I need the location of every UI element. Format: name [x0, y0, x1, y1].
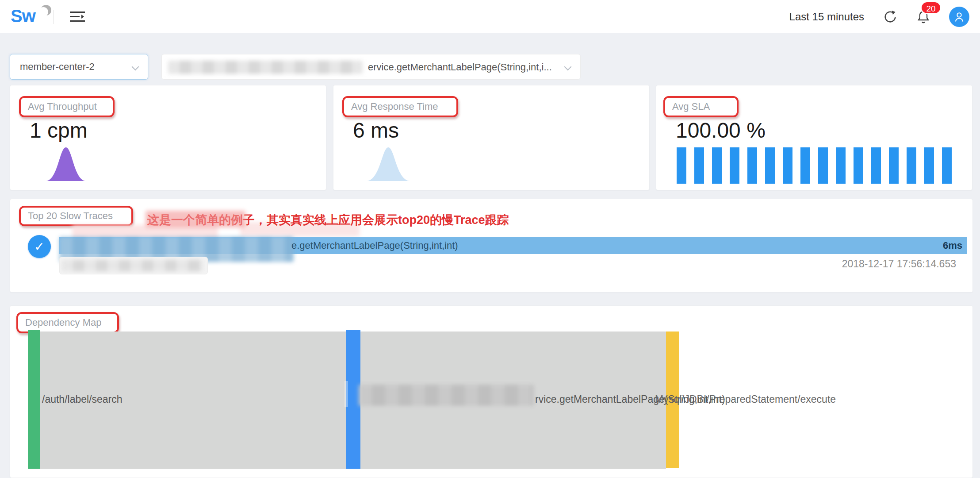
section-title: Top 20 Slow Traces: [28, 210, 113, 222]
sla-bar: [924, 147, 934, 184]
avg-throughput-card: Avg Throughput 1 cpm: [10, 85, 326, 190]
service-selector[interactable]: member-center-2: [10, 54, 148, 80]
avg-response-time-card: Avg Response Time 6 ms: [333, 85, 650, 190]
sla-bar: [747, 147, 757, 184]
service-selector-value: member-center-2: [20, 61, 95, 73]
logo-text: Sw: [11, 6, 35, 26]
chevron-down-icon: [564, 63, 572, 71]
sla-bar: [677, 147, 686, 184]
sla-bar: [889, 147, 899, 184]
refresh-icon[interactable]: [883, 9, 898, 24]
redacted-endpoint-prefix: [168, 61, 363, 74]
user-avatar[interactable]: [949, 7, 969, 27]
sla-value: 100.00 %: [676, 118, 766, 143]
throughput-annotation-box: Avg Throughput: [19, 96, 115, 117]
trace-operation: e.getMerchantLabelPage(String,int,int): [291, 240, 458, 251]
header-divider: [53, 10, 54, 24]
redacted-region: [145, 211, 245, 227]
throughput-value: 1 cpm: [30, 118, 88, 143]
sla-bar: [712, 147, 722, 184]
trace-selected-check-icon[interactable]: ✓: [28, 235, 51, 258]
sla-bar: [907, 147, 916, 184]
logo-crescent-icon: [38, 4, 53, 19]
slow-traces-card: Top 20 Slow Traces 这是一个简单的例子，其实真实线上应用会展示…: [10, 199, 973, 293]
endpoint-selector-value: ervice.getMerchantLabelPage(String,int,i…: [368, 62, 552, 73]
skywalking-logo[interactable]: Sw: [11, 5, 59, 28]
sla-bar: [871, 147, 881, 184]
span-label-mysql: Mysql/JDBI/PreparedStatement/execute: [655, 393, 836, 405]
sla-bar: [836, 147, 846, 184]
sla-bar: [783, 147, 792, 184]
sla-bar: [730, 147, 739, 184]
top-bar: Sw Last 15 minutes: [0, 0, 980, 33]
section-title: Dependency Map: [25, 317, 101, 328]
dependency-span-entry[interactable]: [28, 330, 40, 469]
trace-row-bar[interactable]: e.getMerchantLabelPage(String,int,int) 6…: [59, 237, 967, 254]
sla-bar: [694, 147, 704, 184]
notification-count-badge: 20: [921, 1, 941, 14]
chevron-down-icon: [132, 63, 139, 71]
card-label: Avg Throughput: [28, 101, 97, 112]
card-label: Avg SLA: [672, 101, 710, 112]
sla-bar: [765, 147, 775, 184]
trace-timestamp: 2018-12-17 17:56:14.653: [842, 258, 956, 270]
sla-bar: [942, 147, 952, 184]
dependency-map-card: Dependency Map /auth/label/search rvice.…: [10, 305, 973, 478]
endpoint-selector[interactable]: ervice.getMerchantLabelPage(String,int,i…: [161, 54, 581, 80]
card-label: Avg Response Time: [351, 101, 438, 112]
header-actions: Last 15 minutes 20: [789, 0, 969, 33]
time-range-selector[interactable]: Last 15 minutes: [789, 11, 864, 23]
trace-duration: 6ms: [943, 240, 962, 251]
response-time-annotation-box: Avg Response Time: [342, 96, 458, 117]
apm-dashboard: Sw Last 15 minutes: [0, 0, 980, 478]
slow-traces-annotation-box: Top 20 Slow Traces: [19, 206, 133, 226]
redacted-trace-id: [61, 260, 203, 271]
redacted-span-label: [359, 385, 534, 406]
throughput-area-chart: [46, 146, 86, 184]
dependency-span-notch: [345, 381, 348, 407]
span-label-auth: /auth/label/search: [42, 393, 122, 405]
response-time-value: 6 ms: [353, 118, 399, 143]
sla-bar: [854, 147, 863, 184]
trace-id[interactable]: [59, 257, 208, 274]
sla-bar-chart: [677, 147, 952, 184]
menu-unfold-icon[interactable]: [70, 11, 86, 25]
sla-annotation-box: Avg SLA: [663, 96, 739, 117]
avg-sla-card: Avg SLA 100.00 %: [656, 85, 972, 190]
notifications-bell-icon[interactable]: 20: [916, 9, 930, 24]
sla-bar: [800, 147, 810, 184]
response-time-area-chart: [366, 146, 410, 184]
sla-bar: [818, 147, 828, 184]
